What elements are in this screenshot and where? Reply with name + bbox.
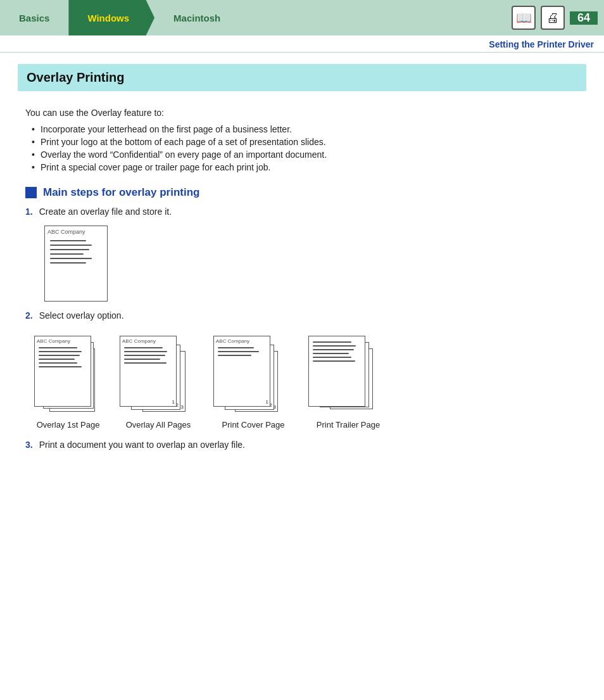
content-area: You can use the Overlay feature to: Inco… — [0, 91, 604, 465]
page-number: 64 — [570, 11, 598, 25]
macintosh-label: Macintosh — [173, 13, 220, 23]
doc-single-illustration: ABC Company — [44, 226, 579, 302]
bullet-item: Print your logo at the bottom of each pa… — [32, 137, 579, 147]
blue-square-icon — [25, 187, 37, 198]
step-1: 1. Create an overlay file and store it. — [25, 207, 579, 217]
bullet-item: Print a special cover page or trailer pa… — [32, 162, 579, 172]
basics-label: Basics — [19, 13, 49, 23]
subtitle-text: Setting the Printer Driver — [489, 39, 594, 49]
overlay-all-illustration: ny 3 ny 2 ABC Company — [117, 331, 199, 416]
fig-caption-cover-page: Print Cover Page — [222, 420, 285, 430]
figure-trailer-page: any — [307, 331, 389, 430]
nav-macintosh[interactable]: Macintosh — [154, 0, 239, 35]
step-3-num: 3. — [25, 440, 33, 450]
step-3: 3. Print a document you want to overlap … — [25, 440, 579, 450]
step-1-num: 1. — [25, 207, 33, 217]
windows-label: Windows — [87, 13, 129, 23]
bullet-item: Overlay the word “Confidential” on every… — [32, 150, 579, 160]
nav-bar: Basics Windows Macintosh 📖 🖨 64 — [0, 0, 604, 35]
fig-caption-trailer-page: Print Trailer Page — [317, 420, 380, 430]
trailer-page-illustration: any — [307, 331, 389, 416]
cover-page-illustration: 3 2 ABC Company — [212, 331, 294, 416]
figure-cover-page: 3 2 ABC Company — [212, 331, 294, 430]
step-2-text: Select overlay option. — [39, 310, 124, 321]
lines-block — [45, 236, 107, 267]
monitor-icon[interactable]: 🖨 — [541, 6, 565, 30]
sub-heading-text: Main steps for overlay printing — [43, 186, 200, 199]
step-3-text: Print a document you want to overlap an … — [39, 440, 245, 450]
step-2: 2. Select overlay option. — [25, 310, 579, 321]
section-title-bar: Overlay Printing — [18, 64, 586, 91]
page-box-single: ABC Company — [44, 226, 108, 302]
figures-row: ABC Company Overlay 1st Page — [32, 331, 579, 430]
figure-overlay-all: ny 3 ny 2 ABC Company — [117, 331, 199, 430]
step-2-num: 2. — [25, 310, 33, 321]
section-title: Overlay Printing — [27, 70, 577, 85]
subtitle-bar: Setting the Printer Driver — [0, 35, 604, 53]
nav-basics[interactable]: Basics — [0, 0, 68, 35]
abc-label: ABC Company — [45, 226, 107, 236]
fig-caption-overlay-1st: Overlay 1st Page — [37, 420, 100, 430]
book-icon[interactable]: 📖 — [512, 6, 536, 30]
overlay-1st-illustration: ABC Company — [32, 331, 104, 416]
bullet-item: Incorporate your letterhead on the first… — [32, 124, 579, 134]
nav-windows[interactable]: Windows — [68, 0, 154, 35]
figure-overlay-1st: ABC Company Overlay 1st Page — [32, 331, 104, 430]
fig-caption-overlay-all: Overlay All Pages — [126, 420, 191, 430]
nav-icons: 📖 🖨 64 — [512, 0, 604, 35]
sub-heading: Main steps for overlay printing — [25, 186, 579, 199]
bullet-list: Incorporate your letterhead on the first… — [32, 124, 579, 172]
intro-text: You can use the Overlay feature to: — [25, 108, 579, 118]
step-1-text: Create an overlay file and store it. — [39, 207, 172, 217]
